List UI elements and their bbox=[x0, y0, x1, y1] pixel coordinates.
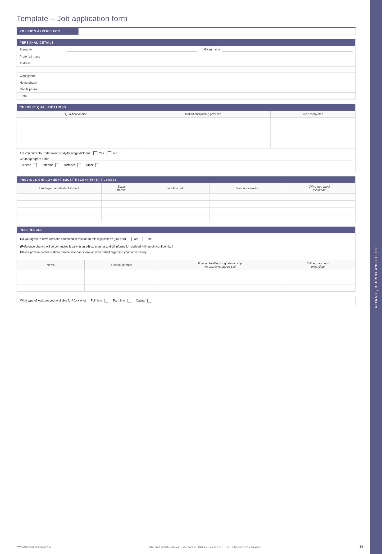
email-label: Email bbox=[17, 93, 64, 99]
fulltime-label: Full-time bbox=[20, 163, 31, 167]
emp-row bbox=[17, 208, 355, 215]
ref-col-contact: Contact number bbox=[85, 260, 159, 270]
references-header: REFERENCES bbox=[17, 227, 355, 233]
side-tab-text: ATTRACT, RECRUIT AND SELECT bbox=[374, 246, 378, 308]
footer-center: BETTER WORKPLACES – EMPLOYER RESOURCE KI… bbox=[149, 545, 262, 548]
mobile-phone-label: Mobile phone bbox=[17, 86, 64, 92]
course-label: Course/program name bbox=[20, 157, 49, 161]
address-label: Address bbox=[17, 60, 64, 66]
preferred-name-label: Preferred name bbox=[17, 53, 64, 60]
personal-details-header: PERSONAL DETAILS bbox=[17, 39, 355, 46]
qual-row bbox=[17, 142, 355, 148]
emp-row bbox=[17, 201, 355, 208]
ref-no-label: No bbox=[148, 237, 152, 241]
yes-label: Yes bbox=[99, 152, 104, 155]
emp-col-office: Office use checkInitial/date bbox=[284, 183, 355, 194]
page-title: Template – Job application form bbox=[17, 14, 356, 23]
work-avail-row: What type of work are you available for?… bbox=[17, 296, 355, 305]
work-parttime-checkbox[interactable] bbox=[127, 299, 131, 303]
parttime-checkbox[interactable] bbox=[56, 163, 59, 167]
references-agree-question: Do you agree to have referees contacted … bbox=[20, 237, 126, 241]
other-checkbox[interactable] bbox=[95, 163, 99, 167]
yes-checkbox[interactable] bbox=[93, 151, 97, 155]
other-label: Other bbox=[86, 163, 93, 167]
distance-checkbox[interactable] bbox=[77, 163, 81, 167]
position-header: POSITION APPLIED FOR bbox=[17, 28, 78, 35]
footer-left: www.businesspoint.tas.gov.au bbox=[17, 545, 51, 548]
references-note2: Please provide details of three people w… bbox=[20, 250, 352, 255]
work-fulltime-checkbox[interactable] bbox=[105, 299, 108, 303]
ref-row bbox=[17, 284, 355, 291]
footer: www.businesspoint.tas.gov.au BETTER WORK… bbox=[0, 543, 380, 548]
work-casual-checkbox[interactable] bbox=[147, 299, 151, 303]
parttime-label: Part-time bbox=[42, 163, 54, 167]
qual-col-title: Qualification title bbox=[17, 111, 135, 118]
emp-col-position: Position held bbox=[142, 183, 210, 194]
qual-row bbox=[17, 130, 355, 136]
qual-row bbox=[17, 124, 355, 130]
no-label: No bbox=[113, 152, 117, 155]
work-fulltime-label: Full-time bbox=[91, 299, 102, 302]
qual-col-year: Year completed bbox=[271, 111, 355, 118]
work-avail-question: What type of work are you available for?… bbox=[20, 299, 86, 302]
emp-row bbox=[17, 194, 355, 201]
emp-col-reason: Reason for leaving bbox=[210, 183, 284, 194]
emp-col-dates: Datesfrom/to bbox=[101, 183, 142, 194]
home-phone-label: Home phone bbox=[17, 79, 64, 86]
emp-col-employer: Employer name/establishment bbox=[17, 183, 102, 194]
study-question: Are you currently undertaking study/trai… bbox=[20, 152, 91, 155]
work-casual-label: Casual bbox=[136, 299, 145, 302]
side-tab: ATTRACT, RECRUIT AND SELECT bbox=[370, 0, 382, 554]
ref-yes-label: Yes bbox=[133, 237, 138, 241]
footer-right: 39 bbox=[360, 545, 363, 548]
qualifications-header: CURRENT QUALIFICATIONS bbox=[17, 104, 355, 111]
ref-row bbox=[17, 277, 355, 284]
emp-row bbox=[17, 215, 355, 222]
qual-col-institution: Institution/Training provider bbox=[135, 111, 271, 118]
position-value[interactable] bbox=[78, 28, 355, 35]
no-checkbox[interactable] bbox=[108, 151, 111, 155]
employment-header: PREVIOUS EMPLOYMENT (MOST RECENT FIRST P… bbox=[17, 176, 355, 183]
ref-no-checkbox[interactable] bbox=[142, 237, 146, 241]
ref-col-name: Name bbox=[17, 260, 85, 270]
ref-col-office: Office use checkInitial/date bbox=[281, 260, 355, 270]
distance-label: Distance bbox=[64, 163, 76, 167]
ref-col-position: Position held/working relationship(for e… bbox=[159, 260, 281, 270]
ref-row bbox=[17, 270, 355, 277]
qual-row bbox=[17, 118, 355, 124]
ref-yes-checkbox[interactable] bbox=[128, 237, 132, 241]
work-phone-label: Work phone bbox=[17, 73, 64, 79]
given-name-label: Given name bbox=[204, 48, 220, 51]
surname-label: Surname bbox=[17, 46, 64, 53]
fulltime-checkbox[interactable] bbox=[33, 163, 37, 167]
qual-row bbox=[17, 136, 355, 142]
references-note1: (Reference checks will be conducted lega… bbox=[20, 244, 352, 249]
work-parttime-label: Part-time bbox=[113, 299, 125, 302]
